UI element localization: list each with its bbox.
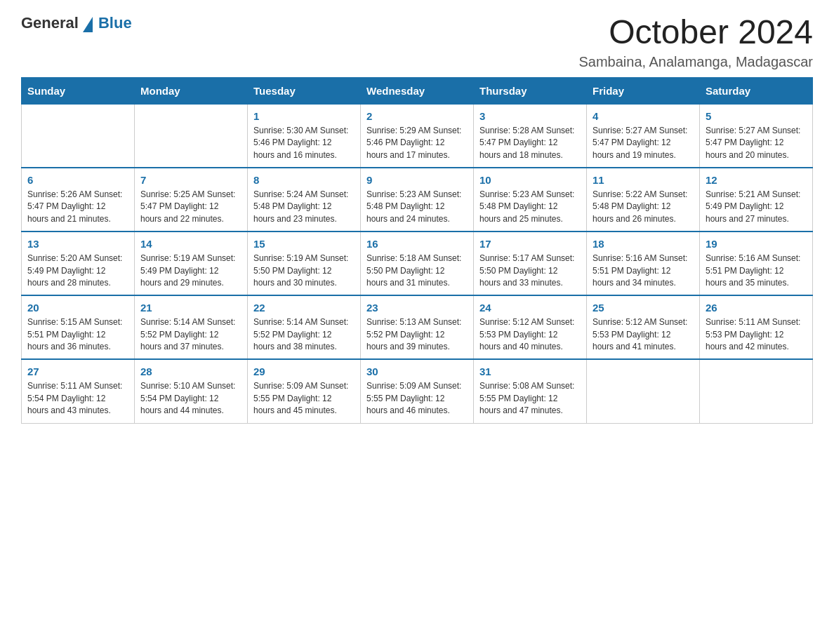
day-info: Sunrise: 5:16 AM Sunset: 5:51 PM Dayligh…	[706, 253, 807, 289]
day-number: 26	[706, 302, 807, 314]
day-info: Sunrise: 5:21 AM Sunset: 5:49 PM Dayligh…	[706, 189, 807, 225]
calendar-cell	[135, 104, 248, 168]
day-number: 23	[366, 302, 468, 314]
day-number: 30	[366, 365, 468, 377]
day-number: 24	[479, 302, 581, 314]
day-number: 2	[366, 110, 468, 122]
day-info: Sunrise: 5:11 AM Sunset: 5:54 PM Dayligh…	[27, 380, 128, 417]
calendar-cell: 5Sunrise: 5:27 AM Sunset: 5:47 PM Daylig…	[700, 104, 813, 168]
day-info: Sunrise: 5:15 AM Sunset: 5:51 PM Dayligh…	[27, 316, 128, 353]
day-info: Sunrise: 5:30 AM Sunset: 5:46 PM Dayligh…	[253, 125, 355, 161]
day-number: 22	[253, 302, 355, 314]
calendar-week-row: 1Sunrise: 5:30 AM Sunset: 5:46 PM Daylig…	[22, 104, 813, 168]
calendar-cell: 23Sunrise: 5:13 AM Sunset: 5:52 PM Dayli…	[361, 295, 474, 359]
day-number: 14	[140, 238, 241, 250]
day-info: Sunrise: 5:11 AM Sunset: 5:53 PM Dayligh…	[706, 316, 807, 353]
day-number: 19	[706, 238, 807, 250]
day-number: 8	[253, 174, 355, 186]
calendar-cell: 18Sunrise: 5:16 AM Sunset: 5:51 PM Dayli…	[587, 232, 700, 295]
day-of-week-header: Sunday	[22, 77, 135, 104]
calendar-cell	[700, 359, 813, 423]
day-number: 27	[27, 365, 128, 377]
day-info: Sunrise: 5:23 AM Sunset: 5:48 PM Dayligh…	[479, 189, 581, 225]
day-number: 4	[593, 110, 694, 122]
day-info: Sunrise: 5:09 AM Sunset: 5:55 PM Dayligh…	[253, 380, 355, 417]
day-info: Sunrise: 5:10 AM Sunset: 5:54 PM Dayligh…	[140, 380, 241, 417]
calendar-table: SundayMondayTuesdayWednesdayThursdayFrid…	[21, 77, 813, 424]
logo-general: General	[21, 14, 79, 32]
day-info: Sunrise: 5:08 AM Sunset: 5:55 PM Dayligh…	[479, 380, 581, 417]
calendar-cell: 30Sunrise: 5:09 AM Sunset: 5:55 PM Dayli…	[361, 359, 474, 423]
day-info: Sunrise: 5:19 AM Sunset: 5:49 PM Dayligh…	[140, 253, 241, 289]
day-number: 17	[479, 238, 581, 250]
day-info: Sunrise: 5:12 AM Sunset: 5:53 PM Dayligh…	[479, 316, 581, 353]
calendar-cell: 28Sunrise: 5:10 AM Sunset: 5:54 PM Dayli…	[135, 359, 248, 423]
day-number: 5	[706, 110, 807, 122]
calendar-cell: 9Sunrise: 5:23 AM Sunset: 5:48 PM Daylig…	[361, 168, 474, 232]
title-section: October 2024 Sambaina, Analamanga, Madag…	[578, 14, 813, 70]
calendar-cell: 17Sunrise: 5:17 AM Sunset: 5:50 PM Dayli…	[474, 232, 587, 295]
day-info: Sunrise: 5:17 AM Sunset: 5:50 PM Dayligh…	[479, 253, 581, 289]
calendar-cell: 7Sunrise: 5:25 AM Sunset: 5:47 PM Daylig…	[135, 168, 248, 232]
calendar-week-row: 27Sunrise: 5:11 AM Sunset: 5:54 PM Dayli…	[22, 359, 813, 423]
calendar-cell: 3Sunrise: 5:28 AM Sunset: 5:47 PM Daylig…	[474, 104, 587, 168]
calendar-cell: 22Sunrise: 5:14 AM Sunset: 5:52 PM Dayli…	[248, 295, 361, 359]
day-of-week-header: Saturday	[700, 77, 813, 104]
calendar-cell	[22, 104, 135, 168]
calendar-cell: 19Sunrise: 5:16 AM Sunset: 5:51 PM Dayli…	[700, 232, 813, 295]
day-number: 13	[27, 238, 128, 250]
day-info: Sunrise: 5:14 AM Sunset: 5:52 PM Dayligh…	[253, 316, 355, 353]
calendar-week-row: 13Sunrise: 5:20 AM Sunset: 5:49 PM Dayli…	[22, 232, 813, 295]
calendar-cell: 11Sunrise: 5:22 AM Sunset: 5:48 PM Dayli…	[587, 168, 700, 232]
day-number: 15	[253, 238, 355, 250]
calendar-cell: 2Sunrise: 5:29 AM Sunset: 5:46 PM Daylig…	[361, 104, 474, 168]
day-number: 7	[140, 174, 241, 186]
day-of-week-header: Friday	[587, 77, 700, 104]
day-number: 12	[706, 174, 807, 186]
day-of-week-header: Wednesday	[361, 77, 474, 104]
day-info: Sunrise: 5:20 AM Sunset: 5:49 PM Dayligh…	[27, 253, 128, 289]
logo-triangle-icon	[83, 17, 93, 32]
day-info: Sunrise: 5:13 AM Sunset: 5:52 PM Dayligh…	[366, 316, 468, 353]
day-info: Sunrise: 5:27 AM Sunset: 5:47 PM Dayligh…	[593, 125, 694, 161]
day-number: 1	[253, 110, 355, 122]
day-number: 11	[593, 174, 694, 186]
day-info: Sunrise: 5:18 AM Sunset: 5:50 PM Dayligh…	[366, 253, 468, 289]
day-number: 28	[140, 365, 241, 377]
calendar-cell: 26Sunrise: 5:11 AM Sunset: 5:53 PM Dayli…	[700, 295, 813, 359]
calendar-cell	[587, 359, 700, 423]
logo-blue: Blue	[98, 14, 132, 32]
calendar-week-row: 6Sunrise: 5:26 AM Sunset: 5:47 PM Daylig…	[22, 168, 813, 232]
day-info: Sunrise: 5:22 AM Sunset: 5:48 PM Dayligh…	[593, 189, 694, 225]
calendar-cell: 25Sunrise: 5:12 AM Sunset: 5:53 PM Dayli…	[587, 295, 700, 359]
calendar-cell: 1Sunrise: 5:30 AM Sunset: 5:46 PM Daylig…	[248, 104, 361, 168]
day-of-week-header: Tuesday	[248, 77, 361, 104]
calendar-cell: 27Sunrise: 5:11 AM Sunset: 5:54 PM Dayli…	[22, 359, 135, 423]
day-number: 18	[593, 238, 694, 250]
calendar-cell: 8Sunrise: 5:24 AM Sunset: 5:48 PM Daylig…	[248, 168, 361, 232]
calendar-cell: 15Sunrise: 5:19 AM Sunset: 5:50 PM Dayli…	[248, 232, 361, 295]
day-info: Sunrise: 5:26 AM Sunset: 5:47 PM Dayligh…	[27, 189, 128, 225]
day-number: 31	[479, 365, 581, 377]
calendar-cell: 4Sunrise: 5:27 AM Sunset: 5:47 PM Daylig…	[587, 104, 700, 168]
day-info: Sunrise: 5:09 AM Sunset: 5:55 PM Dayligh…	[366, 380, 468, 417]
calendar-cell: 31Sunrise: 5:08 AM Sunset: 5:55 PM Dayli…	[474, 359, 587, 423]
day-info: Sunrise: 5:23 AM Sunset: 5:48 PM Dayligh…	[366, 189, 468, 225]
calendar-cell: 20Sunrise: 5:15 AM Sunset: 5:51 PM Dayli…	[22, 295, 135, 359]
day-number: 25	[593, 302, 694, 314]
day-info: Sunrise: 5:16 AM Sunset: 5:51 PM Dayligh…	[593, 253, 694, 289]
day-info: Sunrise: 5:12 AM Sunset: 5:53 PM Dayligh…	[593, 316, 694, 353]
day-info: Sunrise: 5:19 AM Sunset: 5:50 PM Dayligh…	[253, 253, 355, 289]
day-info: Sunrise: 5:29 AM Sunset: 5:46 PM Dayligh…	[366, 125, 468, 161]
location: Sambaina, Analamanga, Madagascar	[578, 54, 813, 70]
calendar-cell: 16Sunrise: 5:18 AM Sunset: 5:50 PM Dayli…	[361, 232, 474, 295]
month-title: October 2024	[578, 14, 813, 51]
day-number: 21	[140, 302, 241, 314]
day-info: Sunrise: 5:27 AM Sunset: 5:47 PM Dayligh…	[706, 125, 807, 161]
calendar-cell: 13Sunrise: 5:20 AM Sunset: 5:49 PM Dayli…	[22, 232, 135, 295]
calendar-cell: 10Sunrise: 5:23 AM Sunset: 5:48 PM Dayli…	[474, 168, 587, 232]
day-number: 20	[27, 302, 128, 314]
day-info: Sunrise: 5:28 AM Sunset: 5:47 PM Dayligh…	[479, 125, 581, 161]
calendar-header-row: SundayMondayTuesdayWednesdayThursdayFrid…	[22, 77, 813, 104]
page-header: General Blue October 2024 Sambaina, Anal…	[21, 14, 813, 70]
